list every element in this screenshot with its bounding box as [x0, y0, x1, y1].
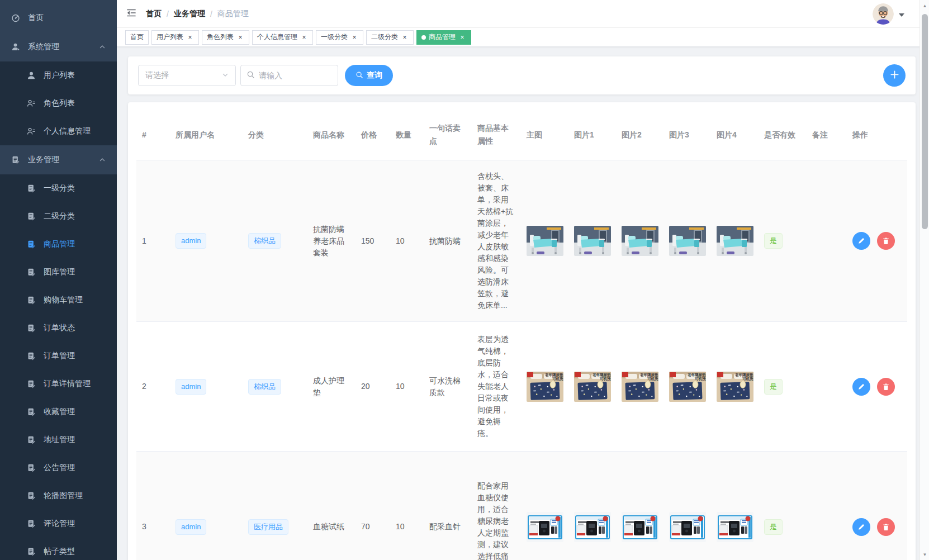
product-image-strips[interactable]	[622, 512, 658, 542]
product-attributes: 含枕头、被套、床单，采用天然棉+抗菌涂层，减少老年人皮肤敏感和感染风险。可选防滑…	[472, 160, 521, 322]
column-header: 图片4	[711, 110, 759, 160]
tab-label: 二级分类	[371, 32, 398, 42]
sidebar-item-label: 购物车管理	[44, 295, 99, 305]
document-edit-icon	[27, 184, 36, 193]
sidebar-item-level1-category[interactable]: 一级分类	[0, 174, 117, 202]
main-image-cell	[521, 452, 568, 560]
tab-product-management[interactable]: 商品管理 ×	[416, 30, 471, 45]
remark	[807, 322, 847, 452]
sidebar-item-home[interactable]: 首页	[0, 3, 117, 32]
sidebar-item-cart-management[interactable]: 购物车管理	[0, 286, 117, 314]
sidebar-item-role-list[interactable]: 角色列表	[0, 89, 117, 117]
sidebar-item-post-type[interactable]: 帖子类型	[0, 538, 117, 560]
delete-button[interactable]	[877, 518, 895, 536]
sidebar-item-profile-management[interactable]: 个人信息管理	[0, 117, 117, 145]
sidebar-item-order-status[interactable]: 订单状态	[0, 314, 117, 342]
sidebar-item-gallery-management[interactable]: 图库管理	[0, 258, 117, 286]
user-menu[interactable]	[873, 3, 920, 25]
image-3-cell	[663, 160, 711, 322]
sidebar-item-order-detail-management[interactable]: 订单详情管理	[0, 370, 117, 398]
tab-home[interactable]: 首页	[125, 30, 149, 45]
column-header: 一句话卖点	[424, 110, 472, 160]
scrollbar-down-arrow[interactable]: ▼	[920, 550, 929, 559]
column-header: 是否有效	[759, 110, 807, 160]
breadcrumb: 首页 / 业务管理 / 商品管理	[146, 9, 249, 19]
category-tag: 棉织品	[248, 379, 281, 395]
tab-level1-category[interactable]: 一级分类 ×	[316, 30, 363, 45]
sidebar-item-level2-category[interactable]: 二级分类	[0, 202, 117, 230]
sidebar-item-user-list[interactable]: 用户列表	[0, 61, 117, 89]
delete-button[interactable]	[877, 378, 895, 396]
sidebar-item-carousel-management[interactable]: 轮播图管理	[0, 482, 117, 510]
row-index: 2	[136, 322, 170, 452]
product-image-pad[interactable]: 老年隔尿垫 可机洗	[669, 372, 706, 402]
breadcrumb-section[interactable]: 业务管理	[174, 9, 205, 19]
tab-close-icon[interactable]: ×	[300, 34, 308, 41]
product-image-strips[interactable]	[717, 512, 753, 542]
tab-role-list[interactable]: 角色列表 ×	[202, 30, 249, 45]
avatar[interactable]	[873, 3, 894, 25]
sidebar-fold-button[interactable]	[126, 7, 137, 20]
search-input[interactable]	[259, 71, 326, 80]
caret-down-icon[interactable]	[899, 9, 904, 19]
category-tag: 医疗用品	[248, 519, 288, 535]
product-image-bed[interactable]	[527, 226, 563, 256]
tab-close-icon[interactable]: ×	[458, 34, 466, 41]
tab-level2-category[interactable]: 二级分类 ×	[366, 30, 414, 45]
tab-close-icon[interactable]: ×	[186, 34, 194, 41]
scrollbar-up-arrow[interactable]: ▲	[920, 1, 929, 10]
column-header: 价格	[356, 110, 390, 160]
sidebar-item-label: 角色列表	[44, 98, 99, 108]
filter-select[interactable]: 请选择	[138, 65, 236, 86]
sidebar-item-product-management[interactable]: 商品管理	[0, 230, 117, 258]
product-image-strips[interactable]	[574, 512, 611, 542]
edit-button[interactable]	[852, 378, 870, 396]
sidebar-item-comment-management[interactable]: 评论管理	[0, 510, 117, 538]
tab-user-list[interactable]: 用户列表 ×	[151, 30, 199, 45]
sidebar-item-favorites-management[interactable]: 收藏管理	[0, 398, 117, 426]
document-edit-icon	[27, 407, 36, 416]
product-image-strips[interactable]	[669, 512, 706, 542]
sidebar-item-business-management[interactable]: 业务管理	[0, 145, 117, 174]
product-image-strips[interactable]	[527, 512, 563, 542]
svg-text:可机洗: 可机洗	[647, 377, 658, 381]
add-button[interactable]	[883, 64, 906, 87]
edit-button[interactable]	[852, 232, 870, 250]
sidebar-item-address-management[interactable]: 地址管理	[0, 426, 117, 454]
tab-close-icon[interactable]: ×	[350, 34, 358, 41]
svg-text:可机洗: 可机洗	[599, 377, 611, 381]
delete-button[interactable]	[877, 232, 895, 250]
tab-label: 角色列表	[207, 32, 234, 42]
breadcrumb-home[interactable]: 首页	[146, 9, 162, 19]
chevron-down-icon	[222, 71, 229, 80]
document-edit-icon	[27, 519, 36, 528]
tab-label: 商品管理	[429, 32, 456, 42]
valid-badge: 是	[764, 233, 783, 249]
product-image-pad[interactable]: 老年隔尿垫 可机洗	[574, 372, 611, 402]
sidebar-item-system-management[interactable]: 系统管理	[0, 32, 117, 61]
product-image-bed[interactable]	[574, 226, 611, 256]
fold-icon	[126, 7, 137, 20]
product-image-pad[interactable]: 老年隔尿垫 可机洗	[622, 372, 658, 402]
sidebar-item-label: 个人信息管理	[44, 126, 99, 136]
sidebar-item-label: 首页	[28, 13, 99, 23]
edit-button[interactable]	[852, 518, 870, 536]
product-image-pad[interactable]: 老年隔尿垫 可机洗	[527, 372, 563, 402]
tab-close-icon[interactable]: ×	[236, 34, 244, 41]
product-image-bed[interactable]	[669, 226, 706, 256]
query-button[interactable]: 查询	[345, 65, 393, 86]
sidebar-item-label: 系统管理	[28, 42, 99, 52]
page-scrollbar[interactable]: ▲ ▼	[919, 0, 929, 560]
column-header: 所属用户名	[170, 110, 243, 160]
product-image-bed[interactable]	[717, 226, 753, 256]
sidebar-item-order-management[interactable]: 订单管理	[0, 342, 117, 370]
tab-profile-management[interactable]: 个人信息管理 ×	[252, 30, 313, 45]
scrollbar-thumb[interactable]	[922, 14, 928, 229]
tab-close-icon[interactable]: ×	[401, 34, 409, 41]
product-price: 70	[356, 452, 390, 560]
product-image-pad[interactable]: 老年隔尿垫 可机洗	[717, 372, 753, 402]
sidebar-item-notice-management[interactable]: 公告管理	[0, 454, 117, 482]
sidebar-item-label: 评论管理	[44, 519, 99, 529]
product-image-bed[interactable]	[622, 226, 658, 256]
document-edit-icon	[27, 296, 36, 305]
